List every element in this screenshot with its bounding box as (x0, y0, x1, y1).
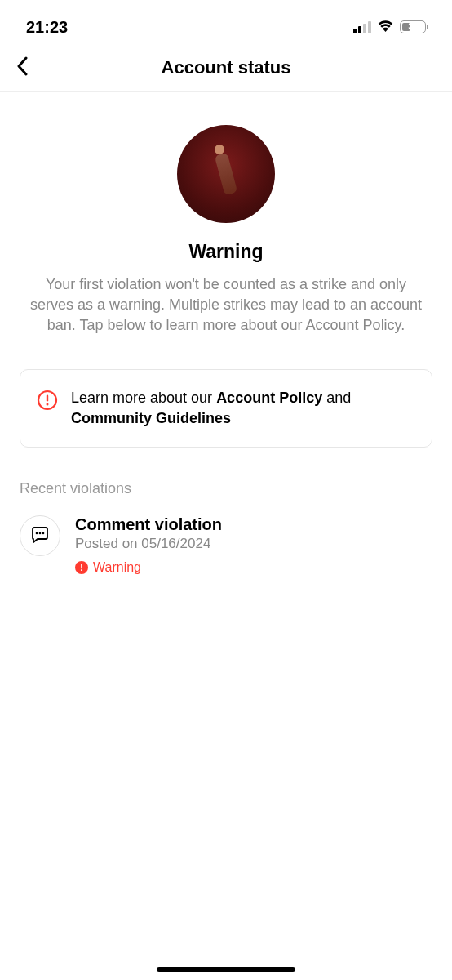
warning-body: Your first violation won't be counted as… (20, 274, 432, 336)
page-title: Account status (16, 57, 436, 78)
warning-heading: Warning (188, 241, 263, 263)
warning-dot-icon: ! (75, 561, 88, 574)
nav-bar: Account status (0, 47, 452, 92)
cellular-signal-icon (353, 21, 371, 33)
status-bar: 21:23 32 (0, 0, 452, 47)
violation-date: Posted on 05/16/2024 (75, 536, 432, 552)
violation-item[interactable]: Comment violation Posted on 05/16/2024 !… (20, 515, 432, 575)
policy-prefix: Learn more about our (71, 390, 216, 406)
violation-badge: ! Warning (75, 560, 432, 575)
battery-percent: 32 (401, 21, 425, 33)
policy-mid: and (322, 390, 351, 406)
violation-title: Comment violation (75, 515, 432, 534)
alert-icon (37, 390, 58, 411)
violation-badge-label: Warning (93, 560, 141, 575)
home-indicator[interactable] (157, 967, 295, 972)
comment-icon (20, 515, 60, 556)
recent-violations-heading: Recent violations (20, 480, 131, 497)
policy-link-account: Account Policy (216, 390, 322, 406)
back-button[interactable] (16, 56, 29, 80)
wifi-icon (377, 19, 394, 35)
svg-point-4 (39, 532, 42, 535)
svg-point-3 (36, 532, 38, 535)
battery-icon: 32 (400, 20, 426, 33)
status-icons: 32 (353, 19, 426, 35)
svg-point-2 (47, 403, 49, 405)
svg-point-5 (42, 532, 45, 535)
policy-text: Learn more about our Account Policy and … (71, 388, 415, 429)
avatar (177, 125, 275, 223)
policy-link-guidelines: Community Guidelines (71, 410, 231, 426)
status-time: 21:23 (26, 18, 68, 37)
policy-card[interactable]: Learn more about our Account Policy and … (20, 369, 432, 448)
svg-rect-1 (47, 394, 48, 401)
